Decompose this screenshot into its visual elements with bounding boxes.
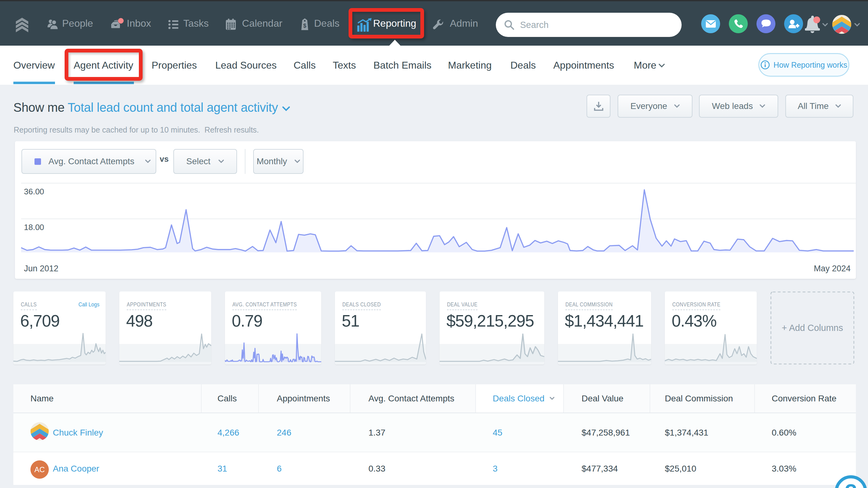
svg-text:$: $: [303, 23, 306, 29]
